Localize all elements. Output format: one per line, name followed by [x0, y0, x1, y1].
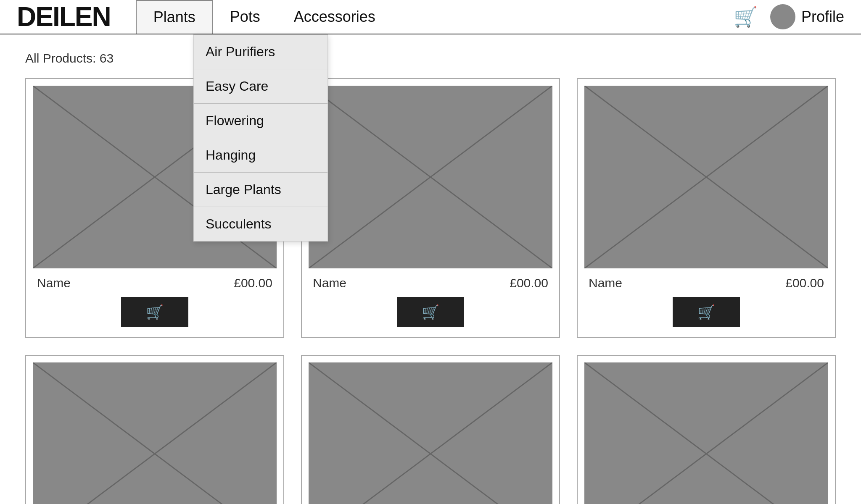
main-nav: Plants Pots Accessories [136, 0, 734, 34]
dropdown-item-flowering[interactable]: Flowering [194, 104, 327, 138]
add-to-cart-button-1[interactable]: 🛒 [121, 297, 188, 327]
nav-plants[interactable]: Plants [136, 0, 213, 34]
profile-label: Profile [801, 8, 844, 26]
profile-area[interactable]: Profile [770, 4, 844, 29]
product-price-3: £00.00 [785, 276, 824, 290]
product-card-5: Name£00.00🛒 [301, 355, 560, 504]
product-info-1: Name£00.00 [33, 276, 277, 290]
dropdown-item-easy-care[interactable]: Easy Care [194, 69, 327, 104]
svg-rect-15 [584, 362, 828, 504]
logo: DEILEN [17, 1, 111, 32]
header: DEILEN Plants Pots Accessories 🛒 Profile [0, 0, 861, 34]
product-name-2: Name [313, 276, 346, 290]
product-image-3 [584, 86, 828, 268]
dropdown-item-succulents[interactable]: Succulents [194, 207, 327, 241]
svg-rect-12 [309, 362, 552, 504]
product-image-2 [309, 86, 552, 268]
product-price-2: £00.00 [510, 276, 548, 290]
product-image-6 [584, 362, 828, 504]
cart-button-icon-2: 🛒 [422, 304, 439, 320]
product-card-4: Name£00.00🛒 [25, 355, 284, 504]
product-image-5 [309, 362, 552, 504]
product-card-6: Name£00.00🛒 [577, 355, 836, 504]
avatar [770, 4, 795, 29]
cart-icon[interactable]: 🛒 [734, 5, 758, 28]
dropdown-item-hanging[interactable]: Hanging [194, 138, 327, 173]
cart-button-icon-1: 🛒 [146, 304, 164, 320]
dropdown-item-large-plants[interactable]: Large Plants [194, 173, 327, 207]
add-to-cart-button-3[interactable]: 🛒 [673, 297, 740, 327]
products-grid: Name£00.00🛒 Name£00.00🛒 Name£00.00🛒 Name… [25, 78, 836, 504]
product-name-1: Name [37, 276, 71, 290]
cart-button-icon-3: 🛒 [697, 304, 715, 320]
product-image-4 [33, 362, 277, 504]
add-to-cart-button-2[interactable]: 🛒 [397, 297, 464, 327]
nav-pots[interactable]: Pots [213, 0, 277, 34]
product-info-3: Name£00.00 [584, 276, 828, 290]
product-name-3: Name [589, 276, 622, 290]
plants-dropdown: Air Purifiers Easy Care Flowering Hangin… [193, 34, 328, 242]
main-content: All Products: 63 Name£00.00🛒 Name£00.00🛒… [0, 34, 861, 504]
product-info-2: Name£00.00 [309, 276, 552, 290]
svg-rect-9 [33, 362, 277, 504]
products-count: All Products: 63 [25, 51, 836, 66]
nav-accessories[interactable]: Accessories [277, 0, 392, 34]
product-price-1: £00.00 [234, 276, 272, 290]
product-card-3: Name£00.00🛒 [577, 78, 836, 338]
dropdown-item-air-purifiers[interactable]: Air Purifiers [194, 35, 327, 69]
header-right: 🛒 Profile [734, 4, 844, 29]
product-card-2: Name£00.00🛒 [301, 78, 560, 338]
